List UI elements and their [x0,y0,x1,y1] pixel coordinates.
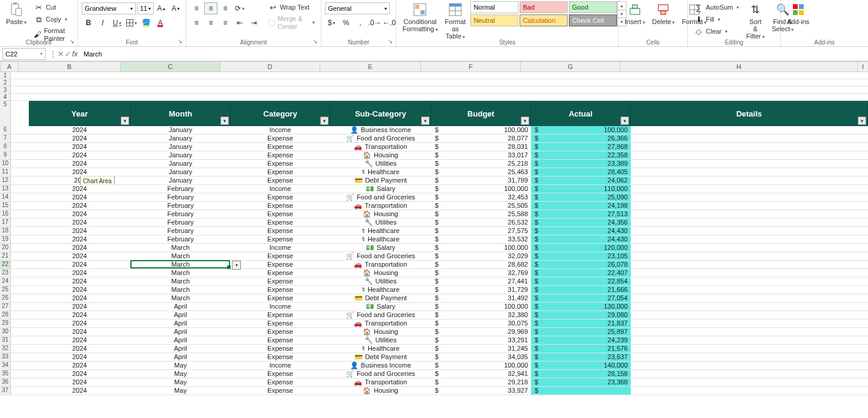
fill-color-button[interactable]: 🪣 [139,17,153,29]
column-header-B[interactable]: B [19,62,121,71]
autosum-button[interactable]: ∑AutoSum [691,2,741,13]
row-header-34[interactable]: 34 [0,362,11,370]
filter-button-category[interactable]: ▾ [320,117,329,125]
paste-button[interactable]: Paste [4,1,29,27]
merge-center-button[interactable]: ⬚Merge & Center [266,14,317,31]
row-header-20[interactable]: 20 [0,244,11,252]
style-bad[interactable]: Bad [520,1,568,13]
row-header-30[interactable]: 30 [0,328,11,336]
orientation-button[interactable]: ⟳ [233,2,246,14]
format-as-table-button[interactable]: Format as Table [443,1,469,41]
decrease-indent-button[interactable]: ⇤ [233,17,246,29]
decrease-decimal-button[interactable]: ←.0 [383,17,396,29]
number-launcher[interactable]: ↘ [388,39,394,45]
style-good[interactable]: Good [569,1,617,13]
row-header-28[interactable]: 28 [0,311,11,320]
sort-filter-button[interactable]: ⇅Sort & Filter [744,1,766,41]
style-calculation[interactable]: Calculation [520,14,568,26]
column-header-I[interactable]: I [858,62,868,71]
row-header-10[interactable]: 10 [0,160,11,168]
row-header-2[interactable]: 2 [0,79,11,86]
row-header-23[interactable]: 23 [0,269,11,277]
filter-button-month[interactable]: ▾ [220,117,229,125]
row-header-26[interactable]: 26 [0,294,11,303]
row-header-37[interactable]: 37 [0,387,11,395]
number-format-select[interactable]: General▾ [325,2,390,14]
filter-button-actual[interactable]: ▾ [621,117,629,125]
row-header-15[interactable]: 15 [0,202,11,210]
alignment-launcher[interactable]: ↘ [313,39,319,45]
row-header-32[interactable]: 32 [0,345,11,353]
row-header-3[interactable]: 3 [0,86,11,94]
cell-dropdown-handle[interactable]: ▾ [232,261,241,270]
addins-button[interactable]: Add-ins [785,1,812,26]
filter-button-details[interactable]: ▾ [858,117,866,125]
percent-format-button[interactable]: % [339,17,353,29]
increase-decimal-button[interactable]: .0→ [368,17,381,29]
fill-button[interactable]: ⬇Fill [691,14,741,25]
row-header-5[interactable]: 5 [0,101,11,126]
row-header-25[interactable]: 25 [0,286,11,294]
clipboard-launcher[interactable]: ↘ [70,39,76,45]
formula-input[interactable] [80,48,868,60]
align-center-button[interactable]: ≡ [204,17,217,29]
formula-cancel[interactable]: ✕ [58,50,64,58]
row-header-12[interactable]: 12 [0,177,11,185]
column-header-G[interactable]: G [521,62,621,71]
align-middle-button[interactable]: ≡ [204,2,217,14]
filter-button-year[interactable]: ▾ [121,117,129,125]
font-color-button[interactable]: A [154,17,167,29]
increase-indent-button[interactable]: ⇥ [247,17,261,29]
row-header-19[interactable]: 19 [0,235,11,244]
font-launcher[interactable]: ↘ [178,39,184,45]
row-header-21[interactable]: 21 [0,252,11,261]
row-header-11[interactable]: 11 [0,168,11,177]
align-left-button[interactable]: ≡ [190,17,203,29]
font-size-select[interactable]: 11▾ [137,2,154,14]
insert-function-button[interactable]: fx [72,50,77,58]
italic-button[interactable]: I [96,17,109,29]
row-header-36[interactable]: 36 [0,378,11,387]
row-header-7[interactable]: 7 [0,135,11,143]
copy-button[interactable]: ⧉Copy [31,14,74,25]
comma-format-button[interactable]: , [354,17,367,29]
row-header-29[interactable]: 29 [0,320,11,328]
formula-enter[interactable]: ✓ [65,50,71,58]
row-header-8[interactable]: 8 [0,143,11,151]
font-name-select[interactable]: Grandview▾ [82,2,136,14]
align-right-button[interactable]: ≡ [219,17,232,29]
column-header-H[interactable]: H [621,62,858,71]
column-header-D[interactable]: D [220,62,320,71]
style-neutral[interactable]: Neutral [470,14,518,26]
row-header-13[interactable]: 13 [0,185,11,193]
insert-cells-button[interactable]: Insert [622,1,648,27]
align-top-button[interactable]: ≡ [190,2,203,14]
column-header-F[interactable]: F [421,62,521,71]
row-header-6[interactable]: 6 [0,126,11,135]
clear-button[interactable]: ◇Clear [691,26,741,37]
conditional-formatting-button[interactable]: Conditional Formatting [400,1,440,34]
filter-button-sub-category[interactable]: ▾ [421,117,429,125]
row-header-35[interactable]: 35 [0,370,11,378]
name-box[interactable]: C22▾ [2,48,46,60]
decrease-font-button[interactable]: A▼ [169,2,183,14]
filter-button-budget[interactable]: ▾ [521,117,529,125]
row-header-24[interactable]: 24 [0,277,11,286]
row-header-27[interactable]: 27 [0,303,11,311]
cut-button[interactable]: ✂Cut [31,2,74,13]
row-header-16[interactable]: 16 [0,210,11,219]
borders-button[interactable] [125,17,138,29]
row-header-9[interactable]: 9 [0,151,11,160]
row-header-14[interactable]: 14 [0,193,11,202]
row-header-22[interactable]: 22 [0,261,11,269]
column-header-C[interactable]: C [121,62,220,71]
row-header-18[interactable]: 18 [0,227,11,235]
row-header-1[interactable]: 1 [0,72,11,79]
row-header-31[interactable]: 31 [0,336,11,345]
column-header-E[interactable]: E [320,62,421,71]
column-header-A[interactable]: A [1,62,19,71]
delete-cells-button[interactable]: Delete [650,1,678,27]
row-header-4[interactable]: 4 [0,94,11,101]
bold-button[interactable]: B [82,17,95,29]
increase-font-button[interactable]: A▲ [155,2,168,14]
